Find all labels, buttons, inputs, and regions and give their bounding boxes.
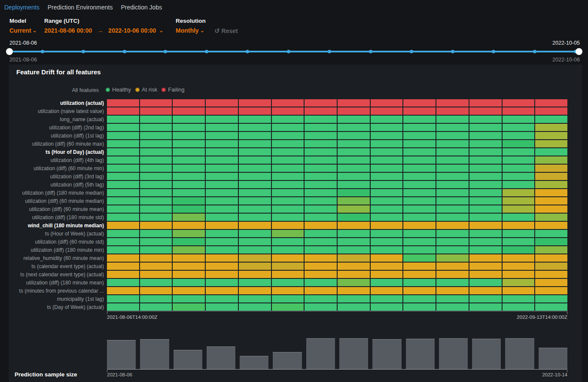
- heatmap-cell[interactable]: [503, 148, 535, 156]
- heatmap-cell[interactable]: [535, 246, 567, 254]
- heatmap-cell[interactable]: [272, 263, 304, 270]
- heatmap-cell[interactable]: [503, 254, 535, 262]
- heatmap-cell[interactable]: [535, 263, 567, 270]
- nav-item-prediction-environments[interactable]: Prediction Environments: [48, 4, 113, 11]
- heatmap-cell[interactable]: [272, 205, 304, 213]
- heatmap-cell[interactable]: [272, 254, 304, 262]
- heatmap-cell[interactable]: [140, 132, 172, 139]
- heatmap-cell[interactable]: [107, 148, 139, 156]
- heatmap-cell[interactable]: [535, 116, 567, 123]
- heatmap-cell[interactable]: [272, 295, 304, 303]
- heatmap-cell[interactable]: [305, 214, 337, 221]
- sample-size-bar[interactable]: [505, 338, 534, 369]
- heatmap-cell[interactable]: [140, 124, 172, 131]
- slider-handle-end[interactable]: [576, 48, 582, 55]
- heatmap-cell[interactable]: [140, 287, 172, 294]
- heatmap-cell[interactable]: [403, 132, 436, 139]
- heatmap-cell[interactable]: [403, 99, 436, 107]
- heatmap-cell[interactable]: [206, 197, 238, 205]
- heatmap-cell[interactable]: [140, 246, 172, 254]
- heatmap-cell[interactable]: [535, 140, 567, 147]
- heatmap-cell[interactable]: [107, 124, 139, 131]
- heatmap-cell[interactable]: [469, 222, 502, 229]
- heatmap-cell[interactable]: [272, 246, 304, 254]
- heatmap-cell[interactable]: [436, 124, 469, 131]
- heatmap-cell[interactable]: [535, 189, 567, 196]
- heatmap-cell[interactable]: [239, 197, 271, 205]
- heatmap-cell[interactable]: [206, 279, 238, 286]
- heatmap-cell[interactable]: [107, 303, 139, 311]
- heatmap-cell[interactable]: [173, 140, 205, 147]
- heatmap-cell[interactable]: [436, 238, 469, 245]
- heatmap-cell[interactable]: [338, 205, 370, 213]
- heatmap-cell[interactable]: [305, 116, 337, 123]
- heatmap-cell[interactable]: [173, 189, 205, 196]
- heatmap-cell[interactable]: [469, 303, 502, 311]
- heatmap-cell[interactable]: [173, 271, 205, 278]
- heatmap-cell[interactable]: [535, 238, 567, 245]
- heatmap-cell[interactable]: [107, 279, 139, 286]
- heatmap-cell[interactable]: [206, 287, 238, 294]
- heatmap-cell[interactable]: [107, 246, 139, 254]
- heatmap-cell[interactable]: [503, 107, 535, 115]
- heatmap-cell[interactable]: [305, 271, 337, 278]
- heatmap-cell[interactable]: [535, 124, 567, 131]
- heatmap-cell[interactable]: [239, 205, 271, 213]
- slider-dot[interactable]: [410, 50, 413, 53]
- heatmap-cell[interactable]: [469, 107, 502, 115]
- heatmap-cell[interactable]: [436, 287, 469, 294]
- heatmap-cell[interactable]: [107, 165, 139, 172]
- heatmap-cell[interactable]: [107, 140, 139, 147]
- heatmap-cell[interactable]: [503, 189, 535, 196]
- slider-dot[interactable]: [205, 50, 208, 53]
- heatmap-cell[interactable]: [173, 197, 205, 205]
- heatmap-cell[interactable]: [535, 230, 567, 237]
- heatmap-cell[interactable]: [107, 230, 139, 237]
- heatmap-cell[interactable]: [535, 148, 567, 156]
- heatmap-cell[interactable]: [107, 99, 139, 107]
- heatmap-cell[interactable]: [173, 156, 205, 164]
- heatmap-cell[interactable]: [305, 107, 337, 115]
- heatmap-cell[interactable]: [338, 107, 370, 115]
- heatmap-cell[interactable]: [469, 116, 502, 123]
- heatmap-cell[interactable]: [403, 238, 436, 245]
- heatmap-cell[interactable]: [140, 222, 172, 229]
- heatmap-cell[interactable]: [503, 279, 535, 286]
- heatmap-cell[interactable]: [436, 295, 469, 303]
- heatmap-cell[interactable]: [239, 181, 271, 188]
- heatmap-cell[interactable]: [338, 287, 370, 294]
- heatmap-cell[interactable]: [503, 181, 535, 188]
- heatmap-cell[interactable]: [272, 181, 304, 188]
- heatmap-cell[interactable]: [206, 254, 238, 262]
- heatmap-cell[interactable]: [338, 99, 370, 107]
- heatmap-cell[interactable]: [503, 205, 535, 213]
- heatmap-cell[interactable]: [272, 238, 304, 245]
- heatmap-cell[interactable]: [371, 271, 403, 278]
- heatmap-cell[interactable]: [469, 156, 502, 164]
- heatmap-cell[interactable]: [140, 197, 172, 205]
- heatmap-cell[interactable]: [503, 263, 535, 270]
- heatmap-cell[interactable]: [239, 279, 271, 286]
- heatmap-cell[interactable]: [403, 116, 436, 123]
- heatmap-cell[interactable]: [107, 271, 139, 278]
- sample-size-bar[interactable]: [406, 339, 435, 369]
- heatmap-cell[interactable]: [371, 230, 403, 237]
- heatmap-cell[interactable]: [173, 263, 205, 270]
- heatmap-cell[interactable]: [206, 107, 238, 115]
- heatmap-cell[interactable]: [436, 197, 469, 205]
- heatmap-cell[interactable]: [305, 124, 337, 131]
- heatmap-cell[interactable]: [206, 246, 238, 254]
- heatmap-cell[interactable]: [403, 263, 436, 270]
- model-select[interactable]: Current⌄: [9, 27, 37, 34]
- heatmap-cell[interactable]: [469, 197, 502, 205]
- heatmap-cell[interactable]: [338, 132, 370, 139]
- heatmap-cell[interactable]: [206, 214, 238, 221]
- heatmap-cell[interactable]: [338, 181, 370, 188]
- sample-size-bar[interactable]: [539, 348, 567, 369]
- heatmap-cell[interactable]: [239, 156, 271, 164]
- heatmap-cell[interactable]: [535, 295, 567, 303]
- heatmap-cell[interactable]: [535, 271, 567, 278]
- heatmap-cell[interactable]: [535, 279, 567, 286]
- sample-size-bar[interactable]: [439, 338, 468, 369]
- heatmap-cell[interactable]: [403, 287, 436, 294]
